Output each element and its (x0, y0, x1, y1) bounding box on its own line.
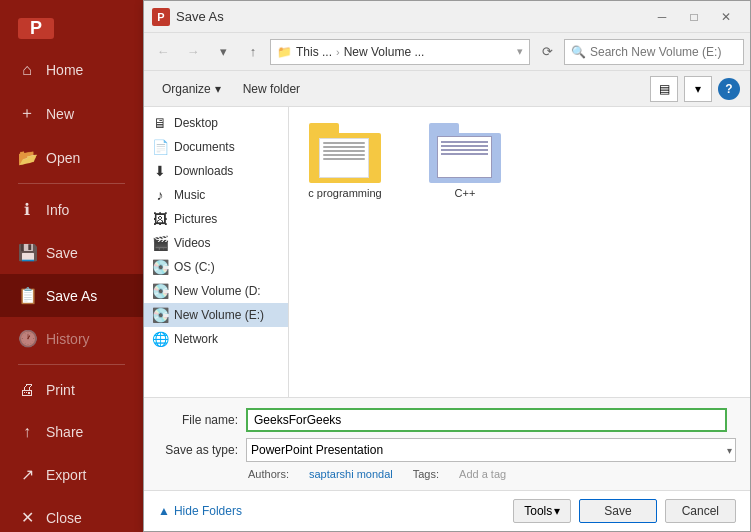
save-as-dialog: P Save As ─ □ ✕ ← → ▾ ↑ 📁 This ... › New… (143, 0, 751, 532)
sidebar-label-open: Open (46, 150, 80, 166)
folder-cpp[interactable]: C++ (425, 123, 505, 199)
sidebar-label-info: Info (46, 202, 69, 218)
sidebar-item-info[interactable]: ℹ Info (0, 188, 143, 231)
save-icon: 💾 (18, 243, 36, 262)
address-bar: ← → ▾ ↑ 📁 This ... › New Volume ... ▾ ⟳ … (144, 33, 750, 71)
sidebar-item-share[interactable]: ↑ Share (0, 411, 143, 453)
folder-label-cpp: C++ (455, 187, 476, 199)
savetype-label: Save as type: (158, 443, 238, 457)
paper-line-3 (323, 150, 365, 152)
sidebar-item-open[interactable]: 📂 Open (0, 136, 143, 179)
sidebar-item-new[interactable]: ＋ New (0, 91, 143, 136)
nav-label-music: Music (174, 188, 205, 202)
nav-label-pictures: Pictures (174, 212, 217, 226)
organize-label: Organize (162, 82, 211, 96)
path-separator-1: › (336, 46, 340, 58)
dropdown-nav-button[interactable]: ▾ (210, 39, 236, 65)
nav-panel: 🖥 Desktop 📄 Documents ⬇ Downloads ♪ Musi… (144, 107, 289, 397)
savetype-select[interactable]: PowerPoint Presentation (246, 438, 736, 462)
export-icon: ↗ (18, 465, 36, 484)
sidebar: P ⌂ Home ＋ New 📂 Open ℹ Info 💾 Save 📋 Sa… (0, 0, 143, 532)
tools-arrow-icon: ▾ (554, 504, 560, 518)
sidebar-label-new: New (46, 106, 74, 122)
blue-paper-line-2 (441, 145, 488, 147)
tools-button[interactable]: Tools ▾ (513, 499, 571, 523)
cancel-button[interactable]: Cancel (665, 499, 736, 523)
new-folder-button[interactable]: New folder (235, 79, 308, 99)
sidebar-label-home: Home (46, 62, 83, 78)
close-dialog-button[interactable]: ✕ (710, 1, 742, 33)
sidebar-item-close[interactable]: ✕ Close (0, 496, 143, 532)
view-arrow-button[interactable]: ▾ (684, 76, 712, 102)
nav-item-pictures[interactable]: 🖼 Pictures (144, 207, 288, 231)
network-nav-icon: 🌐 (152, 331, 168, 347)
filename-label: File name: (158, 413, 238, 427)
folder-icon-cprogramming (309, 123, 381, 183)
sidebar-item-saveas[interactable]: 📋 Save As (0, 274, 143, 317)
nav-label-vole: New Volume (E:) (174, 308, 264, 322)
sidebar-item-export[interactable]: ↗ Export (0, 453, 143, 496)
nav-label-desktop: Desktop (174, 116, 218, 130)
forward-button[interactable]: → (180, 39, 206, 65)
form-area: File name: Save as type: PowerPoint Pres… (144, 397, 750, 490)
folder-icon-cpp (429, 123, 501, 183)
hide-folders-label: Hide Folders (174, 504, 242, 518)
maximize-button[interactable]: □ (678, 1, 710, 33)
saveas-icon: 📋 (18, 286, 36, 305)
nav-item-network[interactable]: 🌐 Network (144, 327, 288, 351)
dialog-app-icon: P (152, 8, 170, 26)
savetype-row: Save as type: PowerPoint Presentation ▾ (158, 438, 736, 462)
nav-item-documents[interactable]: 📄 Documents (144, 135, 288, 159)
search-input[interactable] (590, 45, 740, 59)
nav-item-music[interactable]: ♪ Music (144, 183, 288, 207)
button-row: ▲ Hide Folders Tools ▾ Save Cancel (144, 490, 750, 531)
sidebar-item-history[interactable]: 🕐 History (0, 317, 143, 360)
authors-value[interactable]: saptarshi mondal (309, 468, 393, 480)
osc-nav-icon: 💽 (152, 259, 168, 275)
vole-nav-icon: 💽 (152, 307, 168, 323)
nav-item-vold[interactable]: 💽 New Volume (D: (144, 279, 288, 303)
sidebar-item-save[interactable]: 💾 Save (0, 231, 143, 274)
up-button[interactable]: ↑ (240, 39, 266, 65)
sidebar-label-print: Print (46, 382, 75, 398)
blue-paper-line-3 (441, 149, 488, 151)
tags-value[interactable]: Add a tag (459, 468, 506, 480)
minimize-button[interactable]: ─ (646, 1, 678, 33)
address-path[interactable]: 📁 This ... › New Volume ... ▾ (270, 39, 530, 65)
sidebar-item-print[interactable]: 🖨 Print (0, 369, 143, 411)
sidebar-label-share: Share (46, 424, 83, 440)
organize-button[interactable]: Organize ▾ (154, 79, 229, 99)
sidebar-label-save: Save (46, 245, 78, 261)
main-content: 🖥 Desktop 📄 Documents ⬇ Downloads ♪ Musi… (144, 107, 750, 397)
help-button[interactable]: ? (718, 78, 740, 100)
search-box[interactable]: 🔍 (564, 39, 744, 65)
paper-line-4 (323, 154, 365, 156)
save-button[interactable]: Save (579, 499, 656, 523)
share-icon: ↑ (18, 423, 36, 441)
refresh-button[interactable]: ⟳ (534, 39, 560, 65)
paper-line-2 (323, 146, 365, 148)
savetype-select-wrapper[interactable]: PowerPoint Presentation ▾ (246, 438, 736, 462)
hide-folders-arrow: ▲ (158, 504, 170, 518)
folder-icon-addr: 📁 (277, 45, 292, 59)
hide-folders-button[interactable]: ▲ Hide Folders (158, 504, 505, 518)
sidebar-item-home[interactable]: ⌂ Home (0, 49, 143, 91)
view-button[interactable]: ▤ (650, 76, 678, 102)
nav-item-downloads[interactable]: ⬇ Downloads (144, 159, 288, 183)
tools-label: Tools (524, 504, 552, 518)
close-sidebar-icon: ✕ (18, 508, 36, 527)
toolbar: Organize ▾ New folder ▤ ▾ ? (144, 71, 750, 107)
blue-paper-line-1 (441, 141, 488, 143)
file-area: c programming C++ (289, 107, 750, 397)
app-logo: P (18, 18, 54, 39)
nav-item-vole[interactable]: 💽 New Volume (E:) (144, 303, 288, 327)
nav-item-videos[interactable]: 🎬 Videos (144, 231, 288, 255)
nav-item-osc[interactable]: 💽 OS (C:) (144, 255, 288, 279)
back-button[interactable]: ← (150, 39, 176, 65)
filename-input[interactable] (246, 408, 727, 432)
nav-item-desktop[interactable]: 🖥 Desktop (144, 111, 288, 135)
path-dropdown-arrow: ▾ (517, 45, 523, 58)
blue-paper-line-4 (441, 153, 488, 155)
folder-c-programming[interactable]: c programming (305, 123, 385, 199)
folder-paper (319, 138, 369, 178)
